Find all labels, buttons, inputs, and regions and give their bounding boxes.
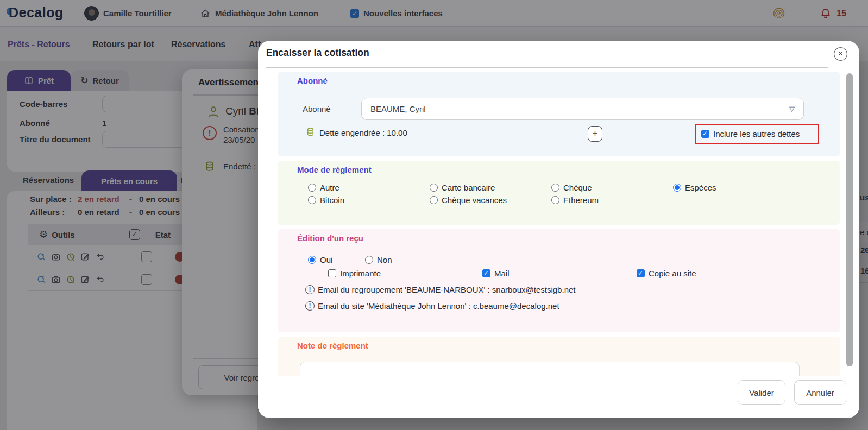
- section-abonne: Abonné Abonné BEAUME, Cyril ▽ Dette enge…: [278, 72, 840, 156]
- checkbox-copie-au-site[interactable]: Copie au site: [637, 269, 696, 278]
- radio-ethereum[interactable]: Ethereum: [551, 194, 673, 206]
- radio-especes[interactable]: Espèces: [673, 181, 716, 193]
- modal-title: Encaisser la cotisation: [266, 47, 369, 59]
- include-debts-label: Inclure les autres dettes: [713, 129, 800, 138]
- include-debts-checkbox[interactable]: [701, 130, 709, 138]
- subscriber-select[interactable]: BEAUME, Cyril ▽: [361, 98, 804, 120]
- divider: [266, 67, 828, 68]
- radio-cheque[interactable]: Chèque: [551, 181, 673, 193]
- section-mode-reglement: Mode de règlement Autre Bitcoin Carte ba…: [278, 161, 840, 225]
- debt-text: Dette engendrée : 10.00: [319, 128, 407, 137]
- encaisser-cotisation-modal: Encaisser la cotisation × Abonné Abonné …: [258, 41, 859, 418]
- valider-button[interactable]: Valider: [738, 380, 785, 405]
- info-icon: !: [305, 301, 315, 311]
- checkbox-mail[interactable]: Mail: [482, 269, 510, 278]
- radio-bitcoin[interactable]: Bitcoin: [308, 194, 430, 206]
- add-debt-button[interactable]: +: [588, 126, 602, 142]
- radio-oui[interactable]: Oui: [308, 255, 332, 264]
- include-debts-highlight: Inclure les autres dettes: [695, 124, 819, 144]
- close-icon[interactable]: ×: [834, 47, 847, 61]
- radio-non[interactable]: Non: [365, 255, 392, 264]
- section-abonne-header: Abonné: [297, 76, 328, 85]
- info-icon: !: [305, 285, 315, 294]
- subscriber-select-value: BEAUME, Cyril: [370, 104, 426, 113]
- modal-footer: Valider Annuler: [258, 376, 859, 418]
- radio-carte-bancaire[interactable]: Carte bancaire: [430, 181, 551, 193]
- info-site-email: ! Email du site 'Médiathèque John Lennon…: [305, 301, 559, 311]
- abonne-field-label: Abonné: [303, 104, 331, 113]
- annuler-button[interactable]: Annuler: [794, 380, 846, 405]
- radio-autre[interactable]: Autre: [308, 181, 430, 193]
- section-note-header: Note de règlement: [297, 341, 368, 350]
- coins-icon: [304, 126, 317, 138]
- info-regroupement-email: ! Email du regroupement 'BEAUME-NARBOUX'…: [305, 285, 576, 294]
- modal-scrollbar[interactable]: [846, 73, 853, 366]
- section-mode-header: Mode de règlement: [297, 165, 372, 174]
- payment-options: Autre Bitcoin Carte bancaire Chèque vaca…: [308, 181, 716, 206]
- section-edition-recu: Édition d'un reçu Oui Non Imprimante Mai…: [278, 229, 840, 332]
- chevron-down-icon: ▽: [789, 105, 795, 113]
- radio-cheque-vacances[interactable]: Chèque vacances: [430, 194, 551, 206]
- checkbox-imprimante[interactable]: Imprimante: [328, 269, 381, 278]
- section-recu-header: Édition d'un reçu: [297, 233, 363, 243]
